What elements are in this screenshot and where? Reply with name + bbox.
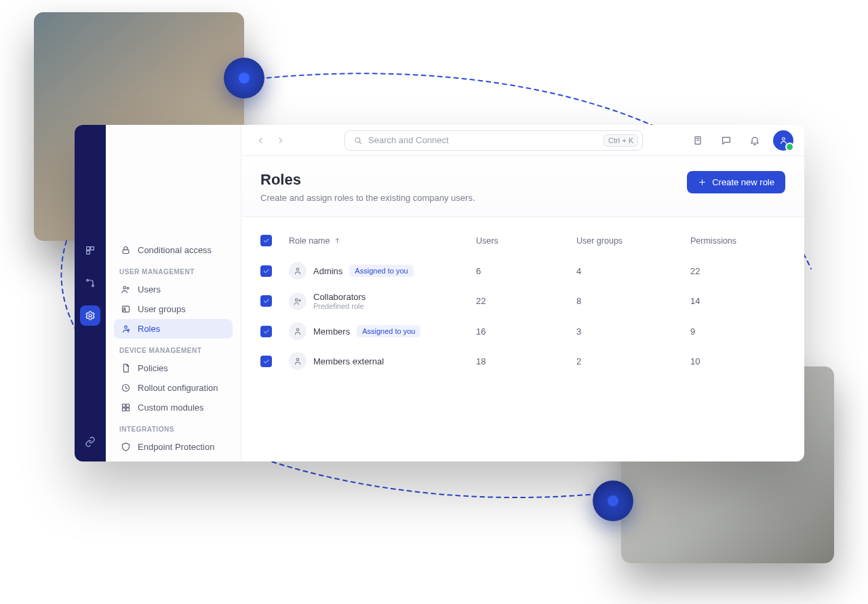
- bell-icon[interactable]: [745, 130, 765, 151]
- column-users[interactable]: Users: [476, 236, 571, 246]
- sidebar-item-rollout-configuration[interactable]: Rollout configuration: [114, 378, 233, 398]
- svg-point-18: [355, 137, 360, 142]
- nav-label: Endpoint Protection: [138, 442, 214, 452]
- row-checkbox[interactable]: [260, 326, 272, 337]
- search-icon: [353, 136, 363, 145]
- table-row[interactable]: Members external 18 2 10: [260, 346, 785, 376]
- table-row[interactable]: Admins Assigned to you 6 4 22: [260, 256, 785, 286]
- rail-item-settings[interactable]: [80, 305, 100, 326]
- role-name: Collaborators: [313, 292, 366, 302]
- search-input[interactable]: [368, 135, 598, 145]
- nav-section-user-management: USER MANAGEMENT: [114, 260, 233, 280]
- table-row[interactable]: Members Assigned to you 16 3 9: [260, 316, 785, 346]
- svg-point-5: [89, 314, 92, 317]
- svg-point-11: [125, 326, 127, 328]
- nav-label: Rollout configuration: [138, 383, 218, 393]
- avatar[interactable]: [773, 130, 793, 151]
- assigned-badge: Assigned to you: [357, 325, 420, 337]
- users-count: 22: [476, 296, 571, 306]
- sidebar-item-policies[interactable]: Policies: [114, 358, 233, 378]
- chat-icon[interactable]: [716, 130, 736, 151]
- nav-label: User groups: [138, 304, 186, 314]
- role-name: Members: [313, 326, 350, 337]
- rail-item-workflows[interactable]: [80, 273, 100, 293]
- svg-rect-6: [123, 250, 129, 254]
- svg-rect-14: [123, 404, 125, 407]
- page-title: Roles: [260, 171, 475, 189]
- column-permissions[interactable]: Permissions: [690, 236, 785, 246]
- sidebar-item-user-groups[interactable]: User groups: [114, 299, 233, 319]
- page-header: Roles Create and assign roles to the exi…: [241, 156, 804, 217]
- svg-rect-16: [123, 408, 125, 411]
- main-content: Ctrl + K Roles Create and assign roles t…: [241, 125, 804, 461]
- nav-forward-button[interactable]: [273, 132, 289, 149]
- sidebar-item-endpoint-protection[interactable]: Endpoint Protection: [114, 437, 233, 457]
- svg-rect-2: [87, 251, 90, 254]
- nav-back-button[interactable]: [252, 132, 269, 149]
- rail-item-integrations[interactable]: [80, 432, 100, 452]
- role-subtext: Predefined role: [313, 302, 366, 310]
- page-subtitle: Create and assign roles to the existing …: [260, 193, 475, 203]
- nav-label: Users: [138, 284, 161, 295]
- svg-point-24: [296, 328, 299, 331]
- row-checkbox[interactable]: [260, 265, 272, 277]
- nav-label: Roles: [138, 324, 160, 334]
- svg-point-25: [296, 358, 299, 361]
- permissions-count: 9: [690, 326, 785, 337]
- role-icon: [289, 292, 307, 310]
- nav-rail: [75, 125, 106, 461]
- nav-label: Policies: [138, 363, 168, 373]
- rail-item-dashboard[interactable]: [80, 240, 100, 261]
- permissions-count: 22: [690, 266, 785, 276]
- connector-node-bottom: [593, 480, 633, 521]
- svg-point-21: [296, 268, 299, 271]
- users-count: 18: [476, 356, 571, 366]
- groups-count: 4: [576, 266, 685, 276]
- nav-section-integrations: INTEGRATIONS: [114, 417, 233, 437]
- column-user-groups[interactable]: User groups: [576, 236, 685, 246]
- svg-rect-17: [126, 408, 129, 411]
- svg-rect-1: [91, 247, 94, 250]
- table-row[interactable]: Collaborators Predefined role 22 8 14: [260, 286, 785, 316]
- permissions-count: 14: [690, 296, 785, 306]
- search-bar[interactable]: Ctrl + K: [344, 130, 643, 151]
- role-icon: [289, 352, 307, 370]
- sidebar-item-conditional-access[interactable]: Conditional access: [114, 240, 233, 260]
- row-checkbox[interactable]: [260, 295, 272, 307]
- svg-point-20: [782, 138, 785, 140]
- roles-table: Role name Users User groups Permissions …: [241, 217, 804, 388]
- nav-label: Custom modules: [138, 402, 204, 413]
- sidebar-item-custom-modules[interactable]: Custom modules: [114, 398, 233, 417]
- svg-point-10: [123, 308, 125, 310]
- column-role-name[interactable]: Role name: [289, 236, 471, 246]
- connector-node-top: [224, 58, 264, 98]
- groups-count: 8: [576, 296, 685, 306]
- svg-point-8: [127, 287, 129, 289]
- groups-count: 3: [576, 326, 685, 337]
- users-count: 6: [476, 266, 571, 276]
- groups-count: 2: [576, 356, 685, 366]
- svg-point-23: [299, 299, 300, 301]
- assigned-badge: Assigned to you: [349, 265, 413, 277]
- svg-rect-15: [126, 404, 129, 407]
- sidebar: Conditional access USER MANAGEMENT Users…: [106, 125, 241, 461]
- docs-icon[interactable]: [688, 130, 708, 151]
- role-name: Admins: [313, 266, 342, 276]
- role-icon: [289, 322, 307, 340]
- users-count: 16: [476, 326, 571, 337]
- svg-point-12: [127, 329, 130, 331]
- sidebar-item-users[interactable]: Users: [114, 280, 233, 299]
- sort-asc-icon: [334, 237, 341, 244]
- svg-point-22: [296, 298, 298, 301]
- create-new-role-button[interactable]: Create new role: [687, 171, 785, 193]
- table-header: Role name Users User groups Permissions: [260, 229, 785, 256]
- search-shortcut: Ctrl + K: [604, 134, 638, 147]
- row-checkbox[interactable]: [260, 356, 272, 367]
- role-name: Members external: [313, 356, 384, 366]
- permissions-count: 10: [690, 356, 785, 366]
- button-label: Create new role: [712, 177, 774, 187]
- select-all-checkbox[interactable]: [260, 235, 272, 246]
- sidebar-item-roles[interactable]: Roles: [114, 319, 233, 339]
- nav-label: Conditional access: [138, 245, 212, 255]
- plus-icon: [698, 178, 707, 187]
